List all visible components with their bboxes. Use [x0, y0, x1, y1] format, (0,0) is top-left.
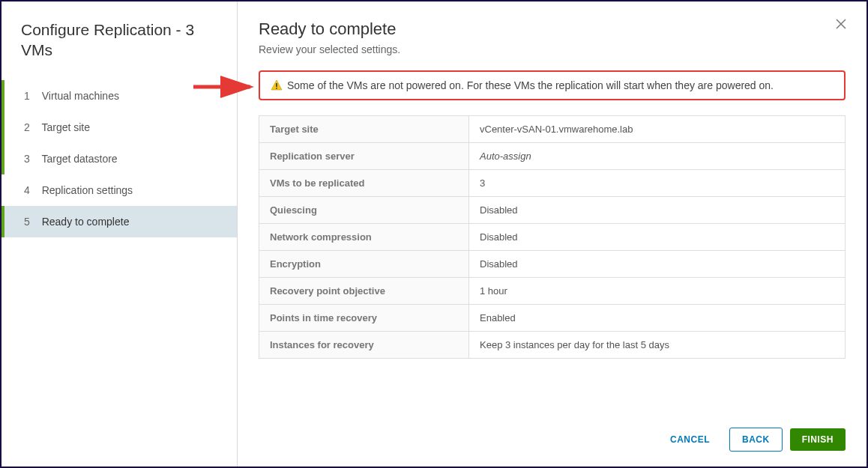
setting-value: 3 [469, 170, 846, 197]
setting-value: Disabled [469, 224, 846, 251]
step-label: Ready to complete [42, 216, 130, 228]
table-row: VMs to be replicated3 [259, 170, 846, 197]
step-number: 2 [24, 121, 30, 133]
step-target-site[interactable]: 2 Target site [1, 112, 237, 143]
step-target-datastore[interactable]: 3 Target datastore [1, 143, 237, 174]
cancel-button[interactable]: CANCEL [658, 428, 722, 451]
step-replication-settings[interactable]: 4 Replication settings [1, 174, 237, 206]
setting-value: Disabled [469, 251, 846, 278]
step-label: Replication settings [42, 184, 133, 196]
svg-rect-2 [276, 83, 277, 87]
table-row: QuiescingDisabled [259, 197, 846, 224]
setting-label: Recovery point objective [259, 278, 469, 305]
table-row: Target sitevCenter-vSAN-01.vmwarehome.la… [259, 116, 846, 143]
svg-rect-3 [276, 88, 277, 89]
finish-button[interactable]: FINISH [790, 428, 846, 451]
step-virtual-machines[interactable]: 1 Virtual machines [1, 80, 237, 112]
wizard-title: Configure Replication - 3 VMs [1, 19, 237, 76]
main-content: Ready to complete Review your selected s… [238, 1, 867, 467]
table-row: Network compressionDisabled [259, 224, 846, 251]
setting-label: Instances for recovery [259, 332, 469, 359]
setting-value: Enabled [469, 305, 846, 332]
page-title: Ready to complete [259, 19, 846, 39]
settings-summary-table: Target sitevCenter-vSAN-01.vmwarehome.la… [259, 115, 846, 359]
table-row: EncryptionDisabled [259, 251, 846, 278]
step-number: 5 [24, 216, 30, 228]
warning-banner: Some of the VMs are not powered on. For … [259, 70, 846, 100]
step-label: Target datastore [41, 153, 117, 165]
warning-icon [271, 79, 283, 91]
settings-rows: Target sitevCenter-vSAN-01.vmwarehome.la… [259, 116, 846, 359]
table-row: Replication serverAuto-assign [259, 143, 846, 170]
setting-label: Quiescing [259, 197, 469, 224]
setting-label: VMs to be replicated [259, 170, 469, 197]
step-label: Virtual machines [42, 90, 119, 102]
step-ready-to-complete[interactable]: 5 Ready to complete [1, 206, 237, 237]
wizard-footer: CANCEL BACK FINISH [259, 413, 846, 452]
warning-text: Some of the VMs are not powered on. For … [287, 79, 774, 91]
step-number: 4 [24, 184, 30, 196]
step-number: 1 [24, 90, 30, 102]
table-row: Points in time recoveryEnabled [259, 305, 846, 332]
setting-label: Target site [259, 116, 469, 143]
step-number: 3 [24, 153, 30, 165]
step-label: Target site [41, 121, 90, 133]
table-row: Recovery point objective1 hour [259, 278, 846, 305]
setting-label: Encryption [259, 251, 469, 278]
setting-label: Network compression [259, 224, 469, 251]
setting-value: vCenter-vSAN-01.vmwarehome.lab [469, 116, 846, 143]
close-icon [835, 18, 847, 30]
wizard-steps: 1 Virtual machines 2 Target site 3 Targe… [1, 80, 237, 237]
setting-label: Replication server [259, 143, 469, 170]
setting-value: Keep 3 instances per day for the last 5 … [469, 332, 846, 359]
table-row: Instances for recoveryKeep 3 instances p… [259, 332, 846, 359]
setting-value: Disabled [469, 197, 846, 224]
close-button[interactable] [835, 18, 847, 33]
setting-value: 1 hour [469, 278, 846, 305]
wizard-sidebar: Configure Replication - 3 VMs 1 Virtual … [1, 1, 238, 467]
setting-label: Points in time recovery [259, 305, 469, 332]
setting-value: Auto-assign [469, 143, 846, 170]
back-button[interactable]: BACK [729, 428, 783, 452]
page-subtitle: Review your selected settings. [259, 43, 846, 55]
